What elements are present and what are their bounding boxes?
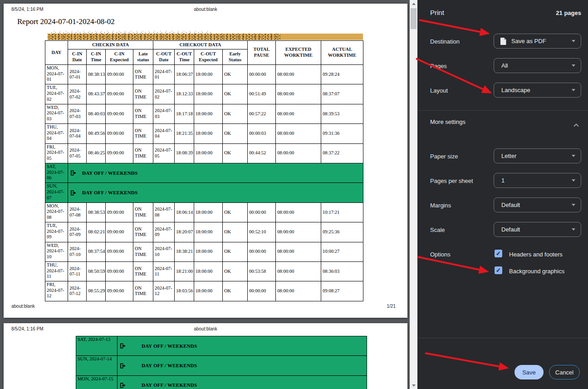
pages-per-sheet-value: 1 [501, 177, 505, 184]
cell-cin-expected: 09:00:00 [106, 84, 133, 104]
cancel-button[interactable]: Cancel [549, 365, 580, 379]
cell-actual-worktime: 08:37:22 [321, 143, 363, 163]
cell-cout-date: 2024-07-05 [153, 143, 175, 163]
col-header-actual-worktime: ACTUAL WORKTIME [321, 41, 363, 65]
cell-day: WED, 2024-07-03 [45, 104, 68, 123]
page-footer-page-number: 1/21 [387, 304, 396, 309]
cell-cout-time: 18:17:18 [175, 104, 194, 123]
table-row-dayoff: SAT, 2024-07-13DAY OFF / WEEKENDS [76, 336, 367, 356]
pages-dropdown[interactable]: All [494, 58, 581, 73]
cell-cout-date: 2024-07-01 [153, 65, 175, 84]
cell-cin-date: 2024-07-02 [68, 84, 87, 104]
headers-footers-checkbox[interactable]: ✓ [495, 250, 502, 257]
table-row: MON, 2024-07-082024-07-0808:38:5309:00:0… [45, 202, 363, 222]
cell-day: SAT, 2024-07-13 [76, 336, 118, 356]
chevron-down-icon [572, 89, 575, 91]
headers-footers-option-label: Headers and footers [509, 251, 563, 258]
scale-label: Scale [430, 227, 445, 233]
cell-cin-time: 08:49:56 [87, 124, 106, 143]
cell-early-status: OK [223, 104, 248, 123]
col-header-cout-date: C-OUT Date [153, 49, 175, 65]
pages-per-sheet-label: Pages per sheet [430, 177, 473, 184]
cell-actual-worktime: 09:25:36 [321, 222, 363, 242]
cell-late-status: ON TIME [133, 124, 153, 143]
cell-cout-date: 2024-07-12 [153, 281, 175, 301]
cell-cout-expected: 18:00:00 [194, 261, 223, 281]
more-settings-toggle[interactable]: More settings [417, 114, 588, 132]
dialog-title: Print [430, 9, 444, 16]
col-header-cin-time: C-IN Time [87, 49, 106, 65]
col-header-cin-expected: C-IN Expected [106, 49, 133, 65]
cell-early-status: OK [223, 84, 248, 104]
cell-late-status: ON TIME [133, 242, 153, 261]
scrollbar-down-button[interactable] [410, 382, 417, 389]
day-off-exit-icon [70, 170, 77, 176]
table-row: FRI, 2024-07-122024-07-1208:55:2909:00:0… [45, 281, 363, 301]
margins-dropdown[interactable]: Default [494, 197, 581, 212]
cell-cin-date: 2024-07-08 [68, 202, 87, 222]
cell-cin-time: 08:38:13 [87, 65, 106, 84]
cell-day: MON, 2024-07-01 [45, 65, 68, 84]
page-header-url: about:blank [4, 326, 407, 331]
total-pages-count: 21 pages [556, 10, 581, 16]
save-button[interactable]: Save [514, 365, 544, 379]
cell-day: FRI, 2024-07-12 [45, 281, 68, 301]
cell-cin-expected: 09:00:00 [106, 143, 133, 163]
cell-actual-worktime: 09:28:24 [321, 65, 363, 84]
cell-early-status: OK [223, 261, 248, 281]
cell-dayoff: DAY OFF / WEEKENDS [118, 336, 367, 356]
cell-cin-expected: 09:00:00 [106, 202, 133, 222]
table-row: MON, 2024-07-012024-07-0108:38:1309:00:0… [45, 65, 363, 84]
cell-total-pause: 00:52:10 [248, 222, 276, 242]
cell-cin-date: 2024-07-12 [68, 281, 87, 301]
table-row-dayoff: SUN, 2024-07-07DAY OFF / WEEKENDS [45, 183, 363, 202]
checkmark-icon: ✓ [496, 251, 501, 256]
attendance-table: DAY CHECKIN DATA CHECKOUT DATA TOTAL PAU… [45, 40, 363, 301]
cell-cin-time: 08:55:29 [87, 281, 106, 301]
pages-per-sheet-dropdown[interactable]: 1 [494, 173, 581, 188]
table-group-header-row: DAY CHECKIN DATA CHECKOUT DATA TOTAL PAU… [45, 41, 363, 49]
col-header-late-status: Late status [133, 49, 153, 65]
paper-size-label: Paper size [430, 153, 458, 160]
report-banner-image [48, 34, 363, 40]
destination-dropdown[interactable]: Save as PDF [494, 34, 581, 49]
preview-scrollbar[interactable] [410, 0, 417, 389]
layout-dropdown[interactable]: Landscape [494, 83, 581, 98]
cell-cin-expected: 09:00:00 [106, 124, 133, 143]
chevron-down-icon [572, 40, 575, 42]
table-row-dayoff: SUN, 2024-07-14DAY OFF / WEEKENDS [76, 356, 367, 375]
col-header-cout-time: C-OUT Time [175, 49, 194, 65]
cell-late-status: ON TIME [133, 84, 153, 104]
cell-dayoff: DAY OFF / WEEKENDS [68, 183, 363, 202]
scale-dropdown[interactable]: Default [494, 222, 581, 237]
cell-expected-worktime: 08:00:00 [276, 124, 321, 143]
scrollbar-thumb[interactable] [411, 8, 416, 29]
paper-size-dropdown[interactable]: Letter [494, 148, 581, 163]
col-header-early-status: Early Status [223, 49, 248, 65]
cell-cout-time: 18:08:39 [175, 143, 194, 163]
cell-cin-date: 2024-07-11 [68, 261, 87, 281]
cell-cout-date: 2024-07-10 [153, 242, 175, 261]
background-graphics-checkbox[interactable]: ✓ [495, 266, 502, 274]
cell-actual-worktime: 10:00:27 [321, 242, 363, 261]
cell-day: FRI, 2024-07-05 [45, 143, 68, 163]
day-off-exit-icon [120, 383, 126, 388]
cell-dayoff: DAY OFF / WEEKENDS [118, 356, 367, 375]
table-row-dayoff: MON, 2024-07-15DAY OFF / WEEKENDS [76, 375, 367, 389]
banner-noise-spill [49, 31, 212, 34]
cell-cout-time: 18:21:35 [175, 124, 194, 143]
day-off-label: DAY OFF / WEEKENDS [82, 170, 137, 176]
cell-cout-expected: 18:00:00 [194, 242, 223, 261]
table-row: FRI, 2024-07-052024-07-0508:46:2509:00:0… [45, 143, 363, 163]
cell-cin-date: 2024-07-09 [68, 222, 87, 242]
day-off-exit-icon [120, 343, 126, 349]
scrollbar-up-button[interactable] [410, 0, 417, 7]
cell-cout-date: 2024-07-08 [153, 202, 175, 222]
table-row: TUE, 2024-07-022024-07-0208:43:3709:00:0… [45, 84, 363, 104]
cell-cout-time: 18:12:33 [175, 84, 194, 104]
cell-late-status: ON TIME [133, 261, 153, 281]
cell-expected-worktime: 08:00:00 [276, 84, 321, 104]
cell-cin-date: 2024-07-05 [68, 143, 87, 163]
cell-dayoff: DAY OFF / WEEKENDS [118, 375, 367, 389]
report-title: Report 2024-07-01-2024-08-02 [17, 17, 115, 26]
